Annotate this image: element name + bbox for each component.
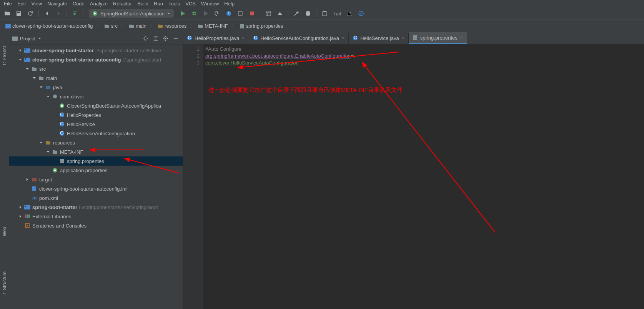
tree-label: External Libraries <box>32 214 71 219</box>
back-icon[interactable] <box>42 9 52 18</box>
tree-arrow-icon[interactable] <box>18 205 23 209</box>
tree-arrow-icon[interactable] <box>39 85 44 89</box>
undo-arrow-icon[interactable] <box>70 9 80 18</box>
menu-tools[interactable]: Tools <box>168 1 180 7</box>
tab-structure[interactable]: 7: Structure <box>1 269 8 297</box>
stop-icon[interactable] <box>247 9 257 18</box>
tree-row[interactable]: Scratches and Consoles <box>9 221 183 230</box>
chart-icon[interactable] <box>344 9 354 18</box>
tree-label: spring.properties <box>67 158 104 164</box>
tree-arrow-icon[interactable] <box>46 95 51 98</box>
tail-label[interactable]: Tail <box>331 11 343 17</box>
project-tree[interactable]: clover-spring-boot-starter I:\springboot… <box>9 45 183 309</box>
expand-icon[interactable] <box>152 34 160 43</box>
tree-arrow-icon[interactable] <box>18 58 23 61</box>
tree-row[interactable]: CHelloService <box>9 120 183 129</box>
menu-window[interactable]: Window <box>201 1 219 7</box>
crumb-2[interactable]: main <box>126 22 149 30</box>
svg-text:C: C <box>354 35 357 40</box>
wrench-icon[interactable] <box>291 9 301 18</box>
database-icon[interactable] <box>303 9 313 18</box>
tree-row[interactable]: CHelloProperties <box>9 110 183 120</box>
folder-icon <box>38 75 45 81</box>
tree-arrow-icon[interactable] <box>25 178 30 181</box>
menu-vcs[interactable]: VCS <box>185 1 196 7</box>
coverage-icon[interactable] <box>201 9 211 18</box>
menu-analyze[interactable]: Analyze <box>90 1 108 7</box>
editor-tab[interactable]: CHelloServiceAutoConfiguration.java× <box>249 33 349 43</box>
crumb-1[interactable]: src <box>102 22 120 30</box>
tree-arrow-icon[interactable] <box>18 214 23 218</box>
code[interactable]: #Auto Configure org.springframework.boot… <box>203 44 644 309</box>
tree-row[interactable]: target <box>9 175 183 184</box>
crumb-4[interactable]: META-INF <box>195 22 230 30</box>
debug-icon[interactable] <box>189 9 199 18</box>
tree-path: I:\springboot-start <box>122 57 161 63</box>
open-icon[interactable] <box>2 9 12 18</box>
tree-row[interactable]: clover-spring-boot-starter-autoconfig I:… <box>9 55 183 64</box>
svg-point-21 <box>53 95 57 98</box>
crumb-3[interactable]: resources <box>155 22 189 30</box>
run-config[interactable]: SpringBootStarterApplication <box>89 9 174 18</box>
attach-icon[interactable] <box>235 9 245 18</box>
editor-tab[interactable]: CHelloService.java× <box>349 33 409 43</box>
menu-help[interactable]: Help <box>224 1 235 7</box>
tree-row[interactable]: src <box>9 64 183 73</box>
class-icon: C <box>187 35 192 41</box>
editor-tab[interactable]: CHelloProperties.java× <box>183 33 249 43</box>
refresh-icon[interactable] <box>25 9 35 18</box>
tree-row[interactable]: clover-spring-boot-starter I:\springboot… <box>9 46 183 55</box>
tree-row[interactable]: mpom.xml <box>9 193 183 203</box>
profile-icon[interactable] <box>212 9 222 18</box>
tree-label: META-INF <box>60 149 83 155</box>
tree-row[interactable]: spring-boot-starter I:\springboot-starte… <box>9 203 183 212</box>
forward-icon[interactable] <box>53 9 63 18</box>
save-icon[interactable] <box>14 9 24 18</box>
tree-row[interactable]: External Libraries <box>9 212 183 221</box>
tab-web[interactable]: Web <box>1 224 8 238</box>
tree-arrow-icon[interactable] <box>18 48 23 52</box>
run-icon[interactable] <box>178 9 188 18</box>
close-icon[interactable]: × <box>341 35 344 41</box>
denied-icon[interactable] <box>356 9 366 18</box>
menu-edit[interactable]: Edit <box>17 1 26 7</box>
menu-build[interactable]: Build <box>137 1 148 7</box>
tree-arrow-icon[interactable] <box>32 76 37 80</box>
build-icon[interactable] <box>275 9 285 18</box>
crumb-0[interactable]: clover-spring-boot-starter-autoconfig <box>3 22 95 30</box>
project-title: Project <box>20 36 35 42</box>
tree-arrow-icon[interactable] <box>46 150 51 154</box>
menu-file[interactable]: File <box>4 1 12 7</box>
crumb-5[interactable]: spring.properties <box>237 22 286 30</box>
menu-navigate[interactable]: Navigate <box>47 1 67 7</box>
tree-row[interactable]: java <box>9 83 183 92</box>
editor-tab[interactable]: spring.properties× <box>409 32 467 44</box>
clock-icon[interactable] <box>224 9 234 18</box>
tree-row[interactable]: META-INF <box>9 147 183 156</box>
close-icon[interactable]: × <box>460 35 463 41</box>
tree-arrow-icon[interactable] <box>25 67 30 71</box>
menu-code[interactable]: Code <box>73 1 85 7</box>
tree-label: resources <box>53 140 75 146</box>
paste-icon[interactable] <box>320 9 329 18</box>
tab-project[interactable]: 1: Project <box>1 44 8 68</box>
tree-row[interactable]: application.properties <box>9 166 183 175</box>
tree-row[interactable]: clover-spring-boot-starter-autoconfig.im… <box>9 184 183 193</box>
layout-icon[interactable] <box>263 9 273 18</box>
hide-icon[interactable] <box>172 34 180 43</box>
tree-row[interactable]: resources <box>9 138 183 147</box>
menu-view[interactable]: View <box>31 1 42 7</box>
locate-icon[interactable] <box>142 34 150 43</box>
close-icon[interactable]: × <box>401 35 404 41</box>
tree-row[interactable]: CHelloServiceAutoConfiguration <box>9 129 183 138</box>
tree-row[interactable]: spring.properties <box>9 156 183 166</box>
menu-refactor[interactable]: Refactor <box>113 1 132 7</box>
gear-icon[interactable] <box>162 34 170 43</box>
menu-run[interactable]: Run <box>154 1 163 7</box>
tree-arrow-icon[interactable] <box>39 141 44 145</box>
tree-row[interactable]: main <box>9 73 183 83</box>
tree-row[interactable]: CloverSpringBootStarterAutoconfigApplica <box>9 101 183 110</box>
tree-row[interactable]: com.clover <box>9 92 183 101</box>
svg-rect-19 <box>24 58 30 62</box>
close-icon[interactable]: × <box>241 35 245 41</box>
